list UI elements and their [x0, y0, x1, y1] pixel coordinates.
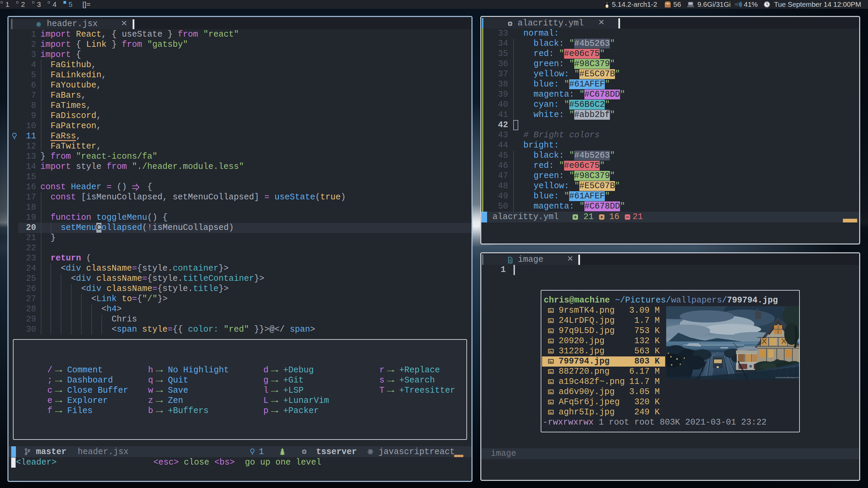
svg-text:www.DesktopBackground.org: www.DesktopBackground.org [775, 376, 799, 378]
